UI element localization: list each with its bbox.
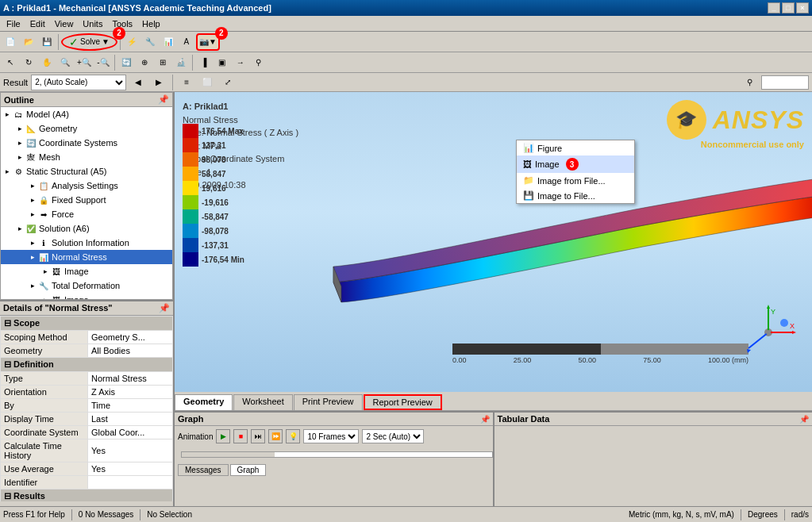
tree-icon-12: 🔧	[37, 279, 50, 292]
fit-btn[interactable]: ⊞	[154, 54, 171, 71]
legend-label-9: -176,54 Min	[202, 255, 244, 264]
tree-icon-4: ⚙	[12, 165, 25, 178]
outline-pin[interactable]: 📌	[158, 94, 169, 105]
tree-item-13[interactable]: ▸ 🖼 Image	[1, 293, 172, 300]
tree-label-4: Static Structural (A5)	[26, 167, 106, 176]
menu-edit[interactable]: Edit	[25, 17, 50, 30]
legend-color-7	[183, 224, 198, 238]
probe3-btn[interactable]: ⚲	[741, 74, 758, 91]
light-button[interactable]: 💡	[286, 429, 300, 443]
dropdown-image[interactable]: 🖼 Image 3	[517, 155, 634, 173]
outline-tree[interactable]: ▸ 🗂 Model (A4) ▸ 📐 Geometry ▸ 🔄 Coordina…	[1, 107, 172, 300]
save-button[interactable]: 💾	[38, 33, 56, 51]
tree-item-11[interactable]: ▸ 🖼 Image	[1, 264, 172, 278]
refresh-btn[interactable]: 🔄	[117, 54, 135, 71]
viewport[interactable]: A: Priklad1 Normal Stress Type: Normal S…	[175, 92, 812, 392]
zoom-btn[interactable]: 🔍	[56, 54, 74, 71]
probe2-btn[interactable]: ⚲	[250, 54, 267, 71]
frame-step-button[interactable]: ⏩	[268, 429, 283, 443]
expand-icon: ▸	[2, 110, 12, 118]
tb-icon-1[interactable]: ⚡	[123, 33, 140, 51]
contour-btn[interactable]: ≡	[178, 74, 195, 91]
legend-color-2	[183, 152, 198, 167]
svg-point-9	[766, 330, 771, 335]
frame-fwd-button[interactable]: ⏭	[251, 429, 265, 443]
details-pin[interactable]: 📌	[159, 303, 170, 313]
tree-icon-9: ℹ	[37, 236, 50, 249]
result-next[interactable]: ▶	[150, 74, 167, 91]
center-btn[interactable]: ⊕	[136, 54, 153, 71]
pan-btn[interactable]: ✋	[38, 54, 56, 71]
edge-btn[interactable]: ⬜	[198, 74, 216, 91]
tree-item-12[interactable]: ▸ 🔧 Total Deformation	[1, 278, 172, 293]
tree-item-4[interactable]: ▸ ⚙ Static Structural (A5)	[1, 164, 172, 178]
new-button[interactable]: 📄	[2, 33, 19, 51]
speed-select[interactable]: 2 Sec (Auto)	[362, 429, 424, 443]
tree-item-9[interactable]: ▸ ℹ Solution Information	[1, 236, 172, 250]
result-select[interactable]: 2, (Auto Scale)	[31, 75, 126, 90]
tab-worksheet[interactable]: Worksheet	[233, 394, 292, 410]
zoomin-btn[interactable]: +🔍	[75, 54, 94, 71]
menu-view[interactable]: View	[50, 17, 79, 30]
detail-key: Display Time	[1, 413, 88, 426]
frame-btn[interactable]: ▣	[214, 54, 231, 71]
tree-item-6[interactable]: ▸ 🔒 Fixed Support	[1, 193, 172, 207]
solve-container: ✓ Solve ▼ 2	[61, 33, 117, 51]
solve-button[interactable]: ✓ Solve ▼	[61, 33, 117, 51]
result-prev[interactable]: ◀	[129, 74, 147, 91]
frames-select[interactable]: 10 Frames	[303, 429, 359, 443]
tree-item-2[interactable]: ▸ 🔄 Coordinate Systems	[1, 136, 172, 150]
legend-label-1: 137,31	[202, 141, 226, 150]
tb-icon-2[interactable]: 🔧	[141, 33, 159, 51]
color-legend: 176,54 Max 137,31 98,078 58,847 19,616 -…	[183, 124, 244, 267]
tab-geometry[interactable]: Geometry	[175, 394, 233, 410]
details-header: Details of "Normal Stress" 📌	[0, 301, 173, 316]
menu-units[interactable]: Units	[78, 17, 107, 30]
window-controls[interactable]: _ □ ×	[768, 2, 809, 13]
graph-pin[interactable]: 📌	[480, 415, 490, 424]
open-button[interactable]: 📂	[20, 33, 37, 51]
legend-color-0	[183, 124, 198, 138]
graph-title: Graph	[178, 414, 203, 424]
expand-btn[interactable]: ⤢	[219, 74, 237, 91]
zoomout-btn[interactable]: -🔍	[94, 54, 112, 71]
tb-icon-4[interactable]: A	[178, 33, 195, 51]
detail-value: Global Coor...	[88, 426, 173, 439]
probe-btn[interactable]: 🔬	[172, 54, 190, 71]
tab-report-preview[interactable]: Report Preview	[364, 394, 442, 410]
tree-item-10[interactable]: ▸ 📊 Normal Stress	[1, 250, 172, 264]
tb-icon-3[interactable]: 📊	[160, 33, 177, 51]
tree-item-0[interactable]: ▸ 🗂 Model (A4)	[1, 107, 172, 121]
stop-button[interactable]: ■	[233, 429, 248, 443]
svg-line-7	[749, 332, 768, 348]
vector-btn[interactable]: →	[232, 54, 249, 71]
legend-row-5: -19,616	[183, 195, 244, 209]
legend-label-4: 19,616	[202, 184, 226, 193]
menu-file[interactable]: File	[2, 17, 25, 30]
menu-help[interactable]: Help	[137, 17, 165, 30]
tree-item-5[interactable]: ▸ 📋 Analysis Settings	[1, 178, 172, 193]
detail-key: Orientation	[1, 386, 88, 399]
minimize-button[interactable]: _	[768, 2, 780, 13]
select-btn[interactable]: ↖	[2, 54, 19, 71]
messages-tab[interactable]: Messages	[178, 464, 229, 476]
play-button[interactable]: ▶	[216, 429, 230, 443]
tabular-pin[interactable]: 📌	[799, 415, 809, 424]
dropdown-figure[interactable]: 📊 Figure	[517, 140, 634, 155]
tree-label-10: Normal Stress	[52, 252, 107, 262]
legend-label-8: -137,31	[202, 241, 229, 250]
bar-chart-btn[interactable]: ▐	[195, 54, 213, 71]
dropdown-image-to-file[interactable]: 💾 Image to File...	[517, 188, 634, 203]
tree-item-8[interactable]: ▸ ✅ Solution (A6)	[1, 221, 172, 236]
rotate-btn[interactable]: ↻	[20, 54, 37, 71]
dropdown-menu: 📊 Figure 🖼 Image 3 📁 Image from File... …	[516, 140, 635, 204]
close-button[interactable]: ×	[796, 2, 809, 13]
tree-item-1[interactable]: ▸ 📐 Geometry	[1, 121, 172, 136]
maximize-button[interactable]: □	[782, 2, 795, 13]
dropdown-image-from-file[interactable]: 📁 Image from File...	[517, 173, 634, 188]
tree-item-7[interactable]: ▸ ➡ Force	[1, 207, 172, 221]
tab-print-preview[interactable]: Print Preview	[294, 394, 363, 410]
tree-item-3[interactable]: ▸ 🕸 Mesh	[1, 150, 172, 164]
graph-tab[interactable]: Graph	[230, 464, 267, 476]
result-bar: Result 2, (Auto Scale) ◀ ▶ ≡ ⬜ ⤢ ⚲	[0, 73, 812, 92]
